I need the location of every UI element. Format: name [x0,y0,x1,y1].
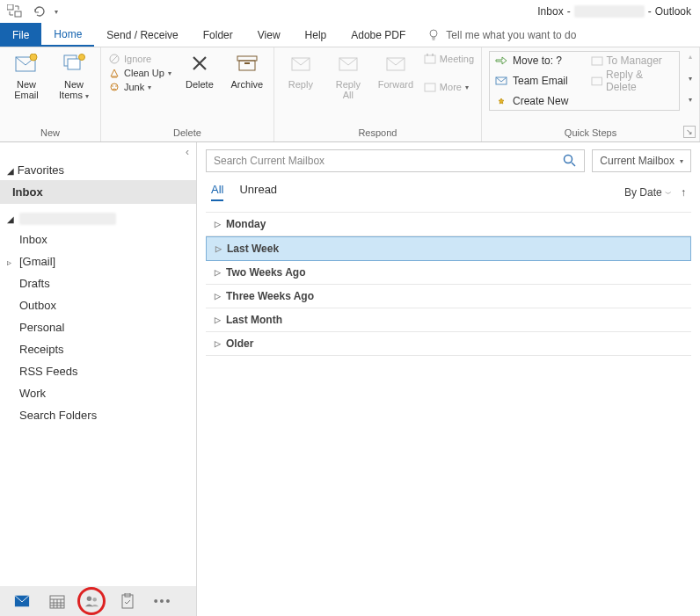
ignore-label: Ignore [124,54,151,64]
qat-send-receive-icon[interactable] [7,4,23,18]
quicksteps-up-icon[interactable]: ▴ [689,53,692,61]
sort-by-date[interactable]: By Date ﹀ [624,186,672,199]
expand-icon: ▷ [215,268,221,277]
collapse-sidebar-icon[interactable]: ‹ [186,142,196,158]
tab-home[interactable]: Home [41,23,94,47]
search-icon [563,154,577,168]
meeting-button[interactable]: Meeting [424,53,474,65]
svg-point-28 [92,598,97,602]
archive-label: Archive [231,79,264,90]
nav-calendar-icon[interactable] [49,593,65,609]
quickstep-to-manager-label: To Manager [607,54,662,67]
folder-personal[interactable]: Personal [0,316,196,338]
filter-all[interactable]: All [211,183,223,201]
svg-rect-14 [244,62,250,64]
folder-search-folders[interactable]: Search Folders [0,404,196,426]
nav-tasks-icon[interactable] [120,593,135,609]
svg-point-31 [565,156,572,163]
new-items-icon [62,51,86,76]
filter-unread[interactable]: Unread [239,183,277,201]
folder-outbox[interactable]: Outbox [0,294,196,316]
reply-label: Reply [288,79,313,90]
folder-inbox[interactable]: Inbox [0,228,196,250]
title-app: Outlook [655,5,691,18]
more-respond-button[interactable]: More▾ [424,81,474,93]
search-placeholder: Search Current Mailbox [214,155,324,167]
tab-send-receive[interactable]: Send / Receive [94,23,190,47]
clean-up-button[interactable]: Clean Up▾ [108,67,171,79]
forward-button[interactable]: Forward [376,51,415,90]
tab-file[interactable]: File [0,23,41,47]
svg-point-7 [79,54,85,61]
new-email-button[interactable]: New Email [7,51,46,100]
svg-rect-20 [432,54,434,56]
nav-mail-icon[interactable] [14,593,30,609]
quickstep-to-manager[interactable]: To Manager [591,54,674,68]
sort-label: By Date [624,186,662,199]
favorites-header[interactable]: ◢ Favorites [0,158,196,180]
quicksteps-down-icon[interactable]: ▾ [689,75,692,83]
folder-rss[interactable]: RSS Feeds [0,360,196,382]
nav-more-icon[interactable]: ••• [155,593,171,609]
search-scope-dropdown[interactable]: Current Mailbox ▾ [592,149,691,172]
archive-button[interactable]: Archive [228,51,266,90]
reply-all-icon [336,51,361,76]
search-input[interactable]: Search Current Mailbox [206,149,585,172]
folder-receipts[interactable]: Receipts [0,338,196,360]
lightbulb-icon [427,28,441,42]
account-header[interactable]: ◢ [0,204,196,228]
account-redacted [574,5,645,18]
date-group[interactable]: ▷Older [206,332,691,356]
svg-rect-18 [425,55,435,63]
group-title-new: New [7,126,93,141]
tab-view[interactable]: View [245,23,293,47]
quicksteps-more-icon[interactable]: ▾ [689,96,692,104]
svg-rect-12 [237,56,257,61]
svg-rect-1 [15,11,21,17]
folder-drafts[interactable]: Drafts [0,272,196,294]
favorite-inbox[interactable]: Inbox [0,180,196,204]
sort-direction-icon[interactable]: ↑ [681,186,686,199]
folder-gmail[interactable]: [Gmail] [0,250,196,272]
date-group[interactable]: ▷Last Month [206,308,691,332]
tab-folder[interactable]: Folder [191,23,245,47]
reply-all-label: Reply All [336,79,361,100]
nav-people-icon[interactable] [84,593,100,609]
date-group[interactable]: ▷Three Weeks Ago [206,285,691,308]
svg-point-4 [30,54,37,61]
quickstep-create-new[interactable]: Create New [495,94,579,108]
date-group-label: Three Weeks Ago [226,290,314,302]
quickstep-team-email[interactable]: Team Email [495,68,579,94]
tab-help[interactable]: Help [293,23,339,47]
favorites-label: Favorites [18,163,64,177]
folder-work[interactable]: Work [0,382,196,404]
junk-label: Junk [124,82,144,92]
new-email-label: New Email [14,79,39,100]
qat-customize-icon[interactable]: ▾ [55,8,58,16]
date-group[interactable]: ▷Last Week [206,236,691,261]
quickstep-reply-delete[interactable]: Reply & Delete [591,68,674,94]
ignore-button[interactable]: Ignore [108,53,171,65]
date-group[interactable]: ▷Monday [206,213,691,236]
junk-button[interactable]: Junk▾ [108,81,171,93]
svg-rect-0 [7,4,13,10]
tell-me[interactable]: Tell me what you want to do [418,23,585,47]
new-items-button[interactable]: New Items ▾ [55,51,93,101]
quicksteps-launcher[interactable]: ↘ [683,126,696,138]
tab-adobe-pdf[interactable]: Adobe PDF [339,23,418,47]
meeting-label: Meeting [440,54,474,64]
expand-icon: ▷ [215,315,221,324]
forward-icon [383,51,408,76]
delete-label: Delete [186,79,214,90]
expand-icon: ▷ [215,220,221,228]
search-scope-label: Current Mailbox [600,155,674,167]
svg-rect-19 [427,54,428,56]
date-group[interactable]: ▷Two Weeks Ago [206,261,691,285]
quickstep-move-to[interactable]: Move to: ? [495,54,579,68]
reply-icon [288,51,313,76]
undo-icon[interactable] [32,5,46,18]
delete-button[interactable]: Delete [180,51,219,90]
reply-button[interactable]: Reply [281,51,320,90]
reply-all-button[interactable]: Reply All [329,51,368,100]
account-name-redacted [19,213,116,225]
